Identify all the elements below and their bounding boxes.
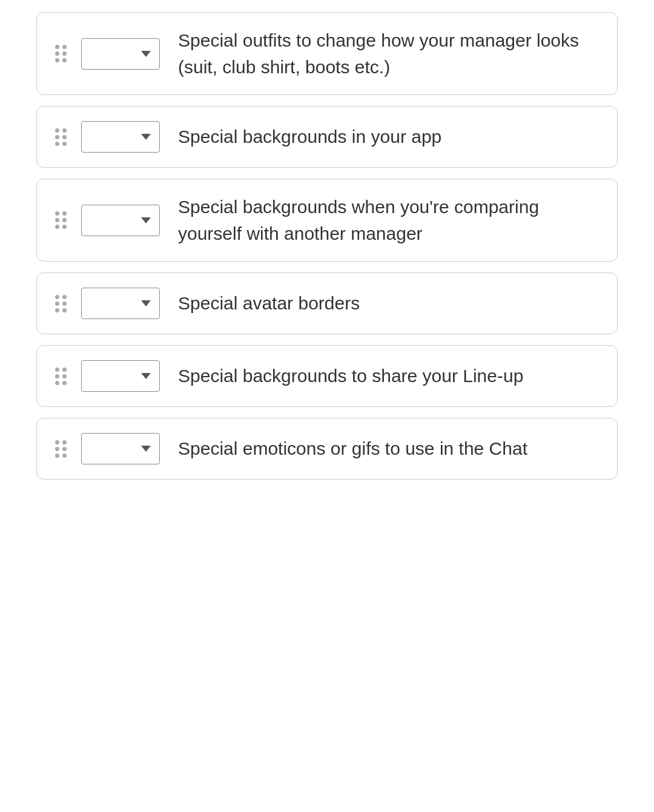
list-item: Special backgrounds to share your Line-u… xyxy=(36,345,618,407)
item-text: Special outfits to change how your manag… xyxy=(178,27,599,80)
list-item: Special outfits to change how your manag… xyxy=(36,12,618,95)
dropdown-select[interactable] xyxy=(81,360,160,392)
item-text: Special backgrounds in your app xyxy=(178,124,599,150)
dropdown-select[interactable] xyxy=(81,205,160,236)
chevron-down-icon xyxy=(141,300,151,306)
drag-handle-icon[interactable] xyxy=(55,440,67,458)
drag-handle-icon[interactable] xyxy=(55,295,67,312)
dropdown-select[interactable] xyxy=(81,433,160,464)
chevron-down-icon xyxy=(141,446,151,452)
dropdown-select[interactable] xyxy=(81,121,160,153)
list-item: Special avatar borders xyxy=(36,272,618,334)
chevron-down-icon xyxy=(141,217,151,223)
drag-handle-icon[interactable] xyxy=(55,368,67,385)
drag-handle-icon[interactable] xyxy=(55,211,67,229)
items-list: Special outfits to change how your manag… xyxy=(36,12,618,490)
item-text: Special emoticons or gifs to use in the … xyxy=(178,435,599,462)
dropdown-select[interactable] xyxy=(81,38,160,70)
drag-handle-icon[interactable] xyxy=(55,45,67,62)
chevron-down-icon xyxy=(141,134,151,140)
list-item: Special emoticons or gifs to use in the … xyxy=(36,418,618,480)
list-item: Special backgrounds in your app xyxy=(36,106,618,168)
chevron-down-icon xyxy=(141,51,151,57)
chevron-down-icon xyxy=(141,373,151,379)
item-text: Special avatar borders xyxy=(178,290,599,317)
drag-handle-icon[interactable] xyxy=(55,128,67,146)
list-item: Special backgrounds when you're comparin… xyxy=(36,179,618,262)
item-text: Special backgrounds when you're comparin… xyxy=(178,194,599,246)
item-text: Special backgrounds to share your Line-u… xyxy=(178,363,599,389)
dropdown-select[interactable] xyxy=(81,288,160,319)
